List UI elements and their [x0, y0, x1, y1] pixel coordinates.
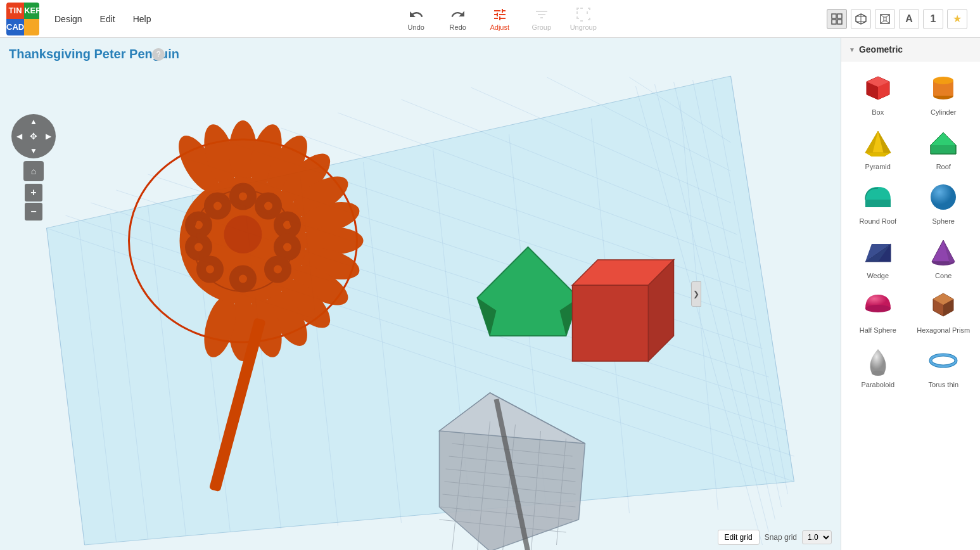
logo-tin: TIN	[6, 3, 24, 19]
nav-controls: ▲ ▼ ◀ ▶ ✥ ⌂ + −	[11, 114, 56, 221]
shape-round-roof[interactable]: Round Roof	[845, 174, 911, 229]
ungroup-button[interactable]: Ungroup	[563, 3, 604, 35]
paraboloid-label: Paraboloid	[861, 381, 894, 388]
sphere-icon	[926, 179, 961, 215]
cylinder-icon	[926, 70, 961, 106]
one-view-button[interactable]: 1	[923, 9, 943, 29]
redo-button[interactable]: Redo	[438, 3, 478, 35]
roof-label: Roof	[936, 163, 951, 170]
wireframe-view-button[interactable]	[875, 9, 895, 29]
logo-cad: CAD	[6, 19, 24, 35]
svg-point-126	[931, 355, 956, 366]
panel-collapse-wrapper: ❯	[691, 281, 701, 307]
half-sphere-label: Half Sphere	[860, 326, 896, 334]
nav-menu: Design Edit Help	[46, 9, 160, 29]
pyramid-label: Pyramid	[865, 163, 891, 170]
cube-view-button[interactable]	[851, 9, 871, 29]
hexagonal-prism-label: Hexagonal Prism	[917, 326, 970, 334]
nav-up[interactable]: ▲	[27, 115, 40, 128]
zoom-controls: + −	[25, 184, 42, 221]
shape-half-sphere[interactable]: Half Sphere	[845, 283, 911, 338]
roof-icon	[926, 125, 961, 160]
shape-sphere[interactable]: Sphere	[911, 174, 977, 229]
box-label: Box	[872, 108, 884, 116]
shape-cylinder[interactable]: Cylinder	[911, 65, 977, 120]
snap-grid-label: Snap grid	[765, 533, 797, 542]
edit-grid-button[interactable]: Edit grid	[718, 530, 760, 545]
shape-wedge[interactable]: Wedge	[845, 229, 911, 283]
cone-label: Cone	[935, 272, 951, 279]
svg-marker-108	[865, 153, 891, 157]
nav-help[interactable]: Help	[124, 9, 160, 29]
snap-grid-select[interactable]: 1.0 0.5 2.0	[802, 530, 832, 544]
zoom-in-button[interactable]: +	[25, 184, 42, 201]
shape-box[interactable]: Box	[845, 65, 911, 120]
svg-point-75	[224, 215, 262, 253]
torus-thin-icon	[926, 343, 961, 378]
paraboloid-icon	[860, 343, 896, 378]
logo-blank	[24, 19, 39, 35]
group-button[interactable]: Group	[521, 3, 562, 35]
svg-rect-112	[865, 200, 891, 207]
nav-home-button[interactable]: ⌂	[23, 161, 44, 181]
topbar: TIN KER CAD Design Edit Help Undo Redo A…	[0, 0, 980, 38]
svg-rect-13	[884, 17, 886, 21]
nav-left[interactable]: ◀	[13, 130, 25, 143]
shapes-grid: Box Cylinder	[841, 61, 980, 396]
nav-down[interactable]: ▼	[27, 144, 40, 157]
tinkercad-logo[interactable]: TIN KER CAD	[6, 3, 39, 35]
scene-svg	[0, 38, 841, 550]
shape-torus-thin[interactable]: Torus thin	[911, 338, 977, 392]
undo-button[interactable]: Undo	[396, 3, 436, 35]
svg-rect-1	[837, 14, 842, 18]
adjust-button[interactable]: Adjust	[480, 3, 520, 35]
main-content: Thanksgiving Peter Penguin ? ▲ ▼ ◀ ▶ ✥ ⌂…	[0, 38, 980, 550]
round-roof-label: Round Roof	[859, 217, 896, 225]
toolbar-right: A 1 ★	[827, 9, 974, 29]
svg-rect-3	[837, 20, 842, 24]
svg-point-120	[865, 305, 891, 312]
shape-roof[interactable]: Roof	[911, 120, 977, 174]
right-panel: Geometric Box	[841, 38, 980, 550]
shape-pyramid[interactable]: Pyramid	[845, 120, 911, 174]
round-roof-icon	[860, 179, 896, 215]
nav-pad: ▲ ▼ ◀ ▶ ✥	[11, 114, 56, 158]
svg-point-113	[931, 184, 956, 210]
cone-icon	[926, 234, 961, 269]
svg-marker-80	[573, 285, 649, 361]
grid-bar: Edit grid Snap grid 1.0 0.5 2.0	[0, 525, 841, 550]
svg-marker-110	[931, 132, 956, 145]
pyramid-icon	[860, 125, 896, 160]
svg-rect-0	[832, 14, 836, 18]
panel-collapse-button[interactable]: ❯	[691, 281, 701, 307]
zoom-out-button[interactable]: −	[25, 203, 42, 221]
panel-header: Geometric	[841, 38, 980, 61]
nav-edit[interactable]: Edit	[91, 9, 124, 29]
svg-point-104	[933, 77, 953, 84]
torus-thin-label: Torus thin	[928, 381, 958, 388]
svg-rect-2	[832, 20, 836, 24]
sphere-label: Sphere	[932, 217, 955, 225]
shape-cone[interactable]: Cone	[911, 229, 977, 283]
wedge-icon	[860, 234, 896, 269]
hexagonal-prism-icon	[926, 288, 961, 324]
half-sphere-icon	[860, 288, 896, 324]
star-view-button[interactable]: ★	[947, 9, 967, 29]
nav-design[interactable]: Design	[46, 9, 91, 29]
help-button[interactable]: ?	[152, 48, 165, 61]
shape-hexagonal-prism[interactable]: Hexagonal Prism	[911, 283, 977, 338]
svg-point-124	[872, 371, 884, 376]
nav-right[interactable]: ▶	[42, 130, 54, 143]
shape-paraboloid[interactable]: Paraboloid	[845, 338, 911, 392]
logo-ker: KER	[24, 3, 39, 19]
wedge-label: Wedge	[867, 272, 889, 279]
cylinder-label: Cylinder	[931, 108, 956, 116]
box-icon	[860, 70, 896, 106]
grid-view-button[interactable]	[827, 9, 847, 29]
nav-center-icon: ✥	[30, 131, 37, 141]
toolbar: Undo Redo Adjust Group Ungroup	[173, 3, 827, 35]
viewport[interactable]: Thanksgiving Peter Penguin ? ▲ ▼ ◀ ▶ ✥ ⌂…	[0, 38, 841, 550]
text-view-button[interactable]: A	[899, 9, 919, 29]
